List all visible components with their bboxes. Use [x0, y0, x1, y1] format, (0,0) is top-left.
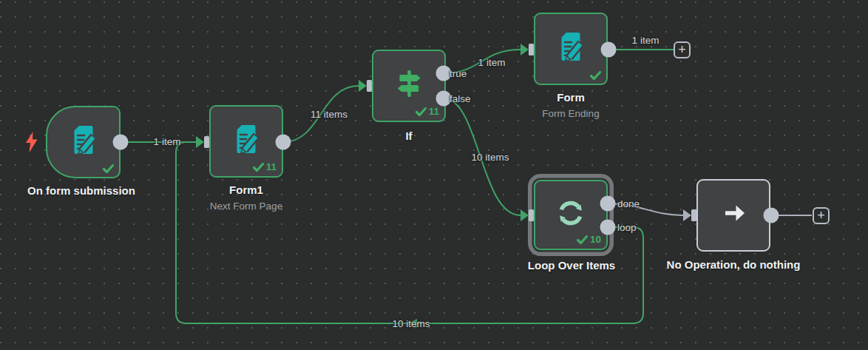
node-form1[interactable]: 11	[209, 105, 283, 178]
success-check-badge: 11	[416, 106, 439, 117]
edge-label-form-plus: 1 item	[632, 35, 660, 46]
port-label-false: false	[450, 93, 471, 104]
node-loop-over-items[interactable]: 10	[534, 180, 608, 250]
items-count: 11	[266, 161, 277, 172]
port-label-true: true	[450, 68, 467, 79]
output-port-noop[interactable]	[764, 208, 779, 223]
output-port-loop-loop[interactable]	[600, 220, 616, 235]
success-check-badge: 11	[253, 161, 277, 172]
node-on-form-submission[interactable]	[46, 106, 121, 178]
form-icon	[211, 107, 282, 176]
signpost-icon	[373, 51, 444, 121]
items-count: 10	[590, 234, 601, 245]
node-title-if: If	[405, 129, 412, 142]
add-node-button-after-form[interactable]: +	[674, 41, 691, 58]
node-subtitle-form: Form Ending	[542, 108, 599, 120]
lightning-bolt-icon	[24, 131, 39, 156]
input-port-form	[521, 44, 534, 55]
output-port-form1[interactable]	[276, 135, 291, 150]
success-check-badge	[103, 164, 114, 173]
input-port-loop	[521, 209, 534, 221]
port-label-done: done	[617, 198, 640, 209]
input-port-if	[359, 80, 372, 92]
node-form[interactable]	[534, 13, 608, 85]
input-port-noop	[683, 209, 696, 221]
node-title-no-operation: No Operation, do nothing	[667, 258, 801, 271]
success-check-badge	[590, 71, 601, 80]
node-title-form1: Form1	[229, 184, 263, 196]
output-port-loop-done[interactable]	[600, 196, 616, 212]
node-title-form: Form	[557, 91, 585, 104]
workflow-canvas[interactable]: On form submission	[0, 0, 868, 350]
output-port-trigger[interactable]	[113, 135, 129, 150]
arrow-right-icon	[698, 181, 769, 250]
items-count: 11	[429, 106, 439, 117]
form-trigger-icon	[47, 107, 119, 177]
edge-label-if-loop: 10 items	[471, 152, 509, 163]
success-check-badge: 10	[577, 234, 601, 245]
edge-label-if-form: 1 item	[478, 57, 506, 68]
loop-refresh-icon	[535, 181, 606, 249]
add-node-button-after-noop[interactable]: +	[813, 207, 830, 224]
node-subtitle-form1: Next Form Page	[210, 201, 282, 212]
node-title-loop-over-items: Loop Over Items	[528, 259, 615, 272]
edge-label-trigger-form1: 1 item	[154, 136, 181, 147]
edge-label-form1-if: 11 items	[311, 109, 347, 120]
port-label-loop: loop	[617, 222, 637, 233]
input-port-form1	[196, 136, 209, 148]
edge-label-loop-back: 10 items	[392, 318, 430, 329]
node-no-operation[interactable]	[696, 179, 770, 252]
node-if[interactable]: 11	[372, 50, 446, 122]
node-title-on-form-submission: On form submission	[27, 184, 135, 197]
form-icon	[535, 14, 606, 84]
output-port-form[interactable]	[601, 42, 617, 58]
